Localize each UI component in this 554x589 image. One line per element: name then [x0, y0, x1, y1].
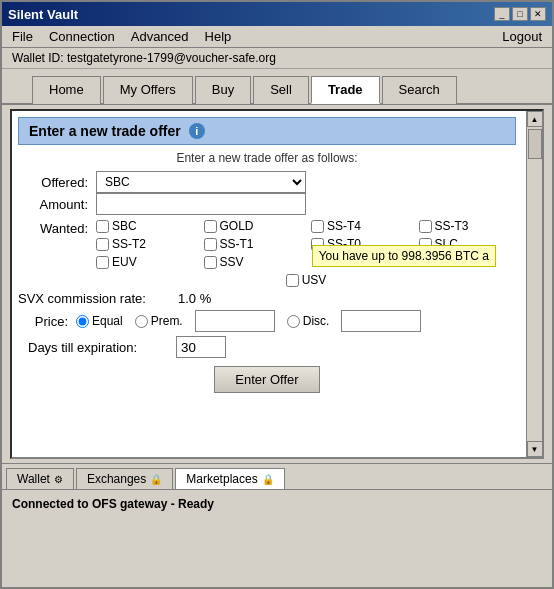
checkbox-ss-t2[interactable]: SS-T2	[96, 237, 194, 251]
radio-disc-label: Disc.	[303, 314, 330, 328]
days-input[interactable]	[176, 336, 226, 358]
scroll-down-arrow[interactable]: ▼	[527, 441, 543, 457]
days-label: Days till expiration:	[18, 340, 168, 355]
marketplaces-lock-icon: 🔒	[262, 474, 274, 485]
offered-row: Offered: SBC SSV SS-T4 SS-T3 SS-T2 SS-T1…	[18, 171, 516, 193]
checkbox-ss-t3[interactable]: SS-T3	[419, 219, 517, 233]
window-title: Silent Vault	[8, 7, 78, 22]
scrollbar[interactable]: ▲ ▼	[526, 111, 542, 457]
commission-label: SVX commission rate:	[18, 291, 178, 306]
menu-advanced[interactable]: Advanced	[125, 27, 195, 46]
offered-label: Offered:	[18, 175, 88, 190]
wallet-icon: ⚙	[54, 474, 63, 485]
wanted-label: Wanted:	[18, 219, 88, 236]
menu-logout[interactable]: Logout	[496, 27, 548, 46]
close-button[interactable]: ✕	[530, 7, 546, 21]
checkbox-ssv[interactable]: SSV	[204, 255, 302, 269]
radio-equal[interactable]: Equal	[76, 314, 123, 328]
radio-disc[interactable]: Disc.	[287, 314, 330, 328]
bottom-tab-marketplaces[interactable]: Marketplaces 🔒	[175, 468, 284, 489]
nav-tabs: Home My Offers Buy Sell Trade Search	[2, 69, 552, 105]
main-content: Enter a new trade offer i Enter a new tr…	[10, 109, 544, 459]
scroll-thumb[interactable]	[528, 129, 542, 159]
amount-label: Amount:	[18, 197, 88, 212]
maximize-button[interactable]: □	[512, 7, 528, 21]
offer-header: Enter a new trade offer i	[18, 117, 516, 145]
prem-input[interactable]	[195, 310, 275, 332]
trade-form: Enter a new trade offer i Enter a new tr…	[18, 117, 536, 393]
exchanges-lock-icon: 🔒	[150, 474, 162, 485]
checkbox-gold[interactable]: GOLD	[204, 219, 302, 233]
marketplaces-tab-label: Marketplaces	[186, 472, 257, 486]
info-icon[interactable]: i	[189, 123, 205, 139]
wallet-tab-label: Wallet	[17, 472, 50, 486]
status-text: Connected to OFS gateway - Ready	[12, 497, 214, 511]
status-bar: Connected to OFS gateway - Ready	[2, 489, 552, 517]
bottom-tab-wallet[interactable]: Wallet ⚙	[6, 468, 74, 489]
tab-trade[interactable]: Trade	[311, 76, 380, 104]
title-bar: Silent Vault _ □ ✕	[2, 2, 552, 26]
price-label: Price:	[18, 314, 68, 329]
window-controls: _ □ ✕	[494, 7, 546, 21]
menu-file[interactable]: File	[6, 27, 39, 46]
checkbox-ss-t4[interactable]: SS-T4	[311, 219, 409, 233]
amount-row: Amount: You have up to 998.3956 BTC a	[18, 193, 516, 215]
disc-input[interactable]	[341, 310, 421, 332]
tab-buy[interactable]: Buy	[195, 76, 251, 104]
exchanges-tab-label: Exchanges	[87, 472, 146, 486]
price-row: Price: Equal Prem. Disc.	[18, 310, 516, 332]
tab-search[interactable]: Search	[382, 76, 457, 104]
tab-home[interactable]: Home	[32, 76, 101, 104]
amount-input[interactable]	[96, 193, 306, 215]
offered-select[interactable]: SBC SSV SS-T4 SS-T3 SS-T2 SS-T1 SS-T0 SL…	[96, 171, 306, 193]
wallet-bar: Wallet ID: testgatetyrone-1799@voucher-s…	[2, 48, 552, 69]
wallet-id: Wallet ID: testgatetyrone-1799@voucher-s…	[12, 51, 276, 65]
checkbox-usv[interactable]: USV	[286, 273, 327, 287]
menu-help[interactable]: Help	[199, 27, 238, 46]
commission-value: 1.0 %	[178, 291, 211, 306]
scroll-up-arrow[interactable]: ▲	[527, 111, 543, 127]
radio-prem[interactable]: Prem.	[135, 314, 183, 328]
menu-left: File Connection Advanced Help	[6, 27, 237, 46]
commission-row: SVX commission rate: 1.0 %	[18, 287, 516, 310]
tooltip: You have up to 998.3956 BTC a	[312, 245, 496, 267]
checkbox-sbc[interactable]: SBC	[96, 219, 194, 233]
radio-equal-label: Equal	[92, 314, 123, 328]
tab-sell[interactable]: Sell	[253, 76, 309, 104]
radio-group: Equal Prem. Disc.	[76, 310, 421, 332]
menu-connection[interactable]: Connection	[43, 27, 121, 46]
usv-row: USV	[96, 273, 516, 287]
offer-header-text: Enter a new trade offer	[29, 123, 181, 139]
radio-prem-label: Prem.	[151, 314, 183, 328]
instruction-text: Enter a new trade offer as follows:	[18, 149, 516, 171]
days-row: Days till expiration:	[18, 336, 516, 358]
checkbox-ss-t1[interactable]: SS-T1	[204, 237, 302, 251]
tab-my-offers[interactable]: My Offers	[103, 76, 193, 104]
bottom-tabs: Wallet ⚙ Exchanges 🔒 Marketplaces 🔒	[2, 463, 552, 489]
bottom-tab-exchanges[interactable]: Exchanges 🔒	[76, 468, 173, 489]
enter-offer-button[interactable]: Enter Offer	[214, 366, 319, 393]
checkbox-euv[interactable]: EUV	[96, 255, 194, 269]
minimize-button[interactable]: _	[494, 7, 510, 21]
menu-bar: File Connection Advanced Help Logout	[2, 26, 552, 48]
